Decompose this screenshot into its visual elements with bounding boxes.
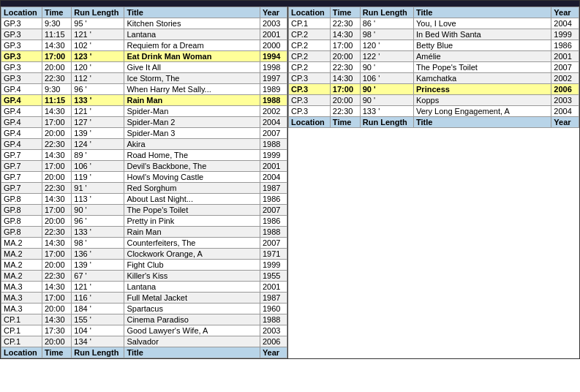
left-table-row: MA.320:00184 'Spartacus1960 bbox=[1, 304, 287, 314]
left-table-row: GP.814:30113 'About Last Night...1986 bbox=[1, 194, 287, 205]
left-cell-1: 22:30 bbox=[42, 271, 72, 282]
left-footer-year: Year bbox=[260, 347, 287, 358]
left-cell-1: 17:00 bbox=[42, 293, 72, 304]
left-cell-4: 2007 bbox=[260, 238, 287, 249]
left-cell-0: GP.3 bbox=[1, 73, 42, 84]
left-table-row: GP.314:30102 'Requiem for a Dream2000 bbox=[1, 40, 287, 51]
left-cell-1: 17:00 bbox=[42, 161, 72, 172]
page-wrapper: Location Time Run Length Title Year GP.3… bbox=[0, 0, 580, 359]
right-footer-location: Location bbox=[289, 117, 331, 128]
left-cell-4: 1998 bbox=[260, 62, 287, 73]
left-cell-2: 127 ' bbox=[72, 117, 124, 128]
left-table-row: GP.717:00106 'Devil's Backbone, The2001 bbox=[1, 161, 287, 172]
left-header-row: Location Time Run Length Title Year bbox=[1, 7, 287, 18]
left-cell-3: Counterfeiters, The bbox=[124, 238, 260, 249]
left-col-location: Location bbox=[1, 7, 42, 18]
right-cell-2: 98 ' bbox=[360, 29, 413, 40]
right-cell-3: Kopps bbox=[414, 95, 551, 106]
left-table-row: GP.322:30112 'Ice Storm, The1997 bbox=[1, 73, 287, 84]
right-cell-1: 17:00 bbox=[330, 84, 360, 95]
left-cell-0: GP.4 bbox=[1, 128, 42, 139]
left-table-row: GP.714:3089 'Road Home, The1999 bbox=[1, 150, 287, 161]
left-table-row: MA.214:3098 'Counterfeiters, The2007 bbox=[1, 238, 287, 249]
left-cell-3: Pretty in Pink bbox=[124, 216, 260, 227]
left-footer-time: Time bbox=[42, 347, 72, 358]
right-footer-title: Title bbox=[414, 117, 551, 128]
left-cell-4: 1986 bbox=[260, 194, 287, 205]
left-cell-4: 1987 bbox=[260, 293, 287, 304]
left-cell-3: Lantana bbox=[124, 29, 260, 40]
right-cell-3: Amélie bbox=[414, 51, 551, 62]
right-col-title: Title bbox=[414, 7, 551, 18]
left-cell-1: 17:00 bbox=[42, 51, 72, 62]
page-header bbox=[1, 1, 579, 7]
left-footer-title: Title bbox=[124, 347, 260, 358]
left-cell-1: 20:00 bbox=[42, 336, 72, 347]
right-table-row: CP.222:3090 'The Pope's Toilet2007 bbox=[289, 62, 579, 73]
left-cell-1: 22:30 bbox=[42, 227, 72, 238]
right-table-row: CP.322:30133 'Very Long Engagement, A200… bbox=[289, 106, 579, 117]
right-col-run: Run Length bbox=[360, 7, 413, 18]
left-cell-0: GP.3 bbox=[1, 18, 42, 29]
right-cell-3: You, I Love bbox=[414, 18, 551, 29]
right-cell-0: CP.3 bbox=[289, 84, 331, 95]
left-cell-0: GP.8 bbox=[1, 227, 42, 238]
left-cell-4: 1994 bbox=[260, 51, 287, 62]
left-cell-0: GP.4 bbox=[1, 139, 42, 150]
left-cell-1: 11:15 bbox=[42, 29, 72, 40]
right-table-row: CP.220:00122 'Amélie2001 bbox=[289, 51, 579, 62]
left-footer-run: Run Length bbox=[72, 347, 124, 358]
left-cell-4: 1989 bbox=[260, 84, 287, 95]
left-cell-2: 155 ' bbox=[72, 314, 124, 325]
left-table: Location Time Run Length Title Year GP.3… bbox=[1, 7, 287, 358]
left-cell-3: Kitchen Stories bbox=[124, 18, 260, 29]
left-table-row: GP.420:00139 'Spider-Man 32007 bbox=[1, 128, 287, 139]
left-cell-1: 14:30 bbox=[42, 106, 72, 117]
left-cell-4: 2000 bbox=[260, 40, 287, 51]
right-cell-4: 2002 bbox=[551, 73, 579, 84]
left-cell-2: 96 ' bbox=[72, 84, 124, 95]
left-cell-4: 1955 bbox=[260, 271, 287, 282]
left-table-row: CP.117:30104 'Good Lawyer's Wife, A2003 bbox=[1, 325, 287, 336]
left-cell-2: 91 ' bbox=[72, 183, 124, 194]
right-cell-3: In Bed With Santa bbox=[414, 29, 551, 40]
left-cell-3: Lantana bbox=[124, 282, 260, 293]
left-cell-3: When Harry Met Sally... bbox=[124, 84, 260, 95]
left-cell-2: 121 ' bbox=[72, 29, 124, 40]
left-table-row: GP.722:3091 'Red Sorghum1987 bbox=[1, 183, 287, 194]
left-table-row: GP.820:0096 'Pretty in Pink1986 bbox=[1, 216, 287, 227]
left-cell-0: GP.8 bbox=[1, 205, 42, 216]
left-cell-1: 14:30 bbox=[42, 238, 72, 249]
right-cell-0: CP.3 bbox=[289, 95, 331, 106]
left-cell-4: 1986 bbox=[260, 216, 287, 227]
left-cell-2: 136 ' bbox=[72, 249, 124, 260]
right-col-time: Time bbox=[330, 7, 360, 18]
left-cell-0: CP.1 bbox=[1, 314, 42, 325]
left-cell-4: 2001 bbox=[260, 29, 287, 40]
left-cell-1: 17:00 bbox=[42, 249, 72, 260]
right-cell-4: 2004 bbox=[551, 18, 579, 29]
left-cell-2: 98 ' bbox=[72, 238, 124, 249]
left-cell-0: GP.4 bbox=[1, 84, 42, 95]
left-cell-0: MA.2 bbox=[1, 249, 42, 260]
left-cell-0: GP.3 bbox=[1, 40, 42, 51]
left-cell-3: Spider-Man 2 bbox=[124, 117, 260, 128]
left-cell-2: 123 ' bbox=[72, 51, 124, 62]
left-table-row: GP.49:3096 'When Harry Met Sally...1989 bbox=[1, 84, 287, 95]
left-cell-3: Ice Storm, The bbox=[124, 73, 260, 84]
right-table: Location Time Run Length Title Year CP.1… bbox=[288, 7, 579, 128]
left-cell-1: 17:00 bbox=[42, 117, 72, 128]
content-area: Location Time Run Length Title Year GP.3… bbox=[1, 7, 579, 358]
left-cell-1: 9:30 bbox=[42, 18, 72, 29]
left-cell-3: Akira bbox=[124, 139, 260, 150]
left-cell-3: Rain Man bbox=[124, 95, 260, 106]
left-cell-0: GP.3 bbox=[1, 29, 42, 40]
left-cell-4: 1988 bbox=[260, 139, 287, 150]
left-cell-3: Howl's Moving Castle bbox=[124, 172, 260, 183]
right-table-row: CP.122:3086 'You, I Love2004 bbox=[289, 18, 579, 29]
left-cell-0: GP.7 bbox=[1, 172, 42, 183]
right-cell-2: 90 ' bbox=[360, 95, 413, 106]
right-cell-1: 22:30 bbox=[330, 18, 360, 29]
left-cell-3: Full Metal Jacket bbox=[124, 293, 260, 304]
left-cell-1: 22:30 bbox=[42, 183, 72, 194]
